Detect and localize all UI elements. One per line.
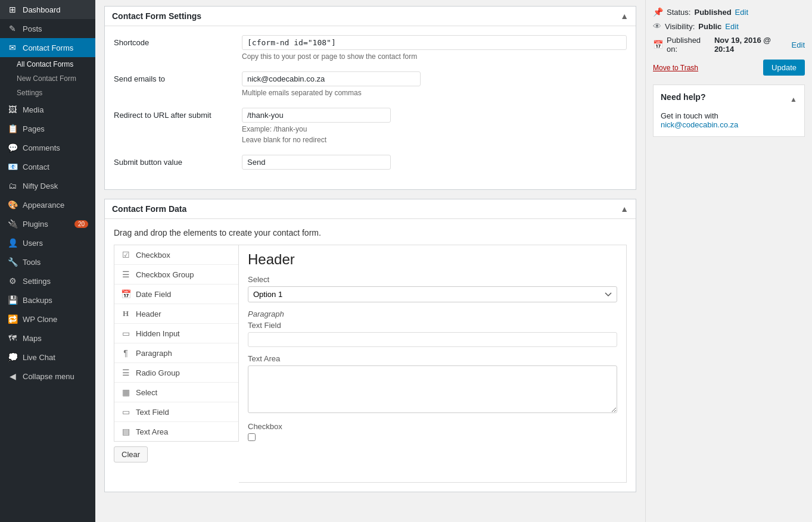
preview-select[interactable]: Option 1 <box>248 286 617 302</box>
preview-checkbox-label: Checkbox <box>248 422 617 431</box>
sidebar-item-live-chat[interactable]: 💭 Live Chat <box>0 348 95 367</box>
redirect-control: Example: /thank-you Leave blank for no r… <box>242 108 627 144</box>
radio-group-icon: ☰ <box>120 368 131 377</box>
shortcode-label: Shortcode <box>114 35 233 47</box>
update-button[interactable]: Update <box>763 60 805 76</box>
settings-collapse-icon[interactable]: ▲ <box>620 11 629 21</box>
sidebar-item-contact-forms[interactable]: ✉ Contact Forms <box>0 38 95 57</box>
help-collapse-icon[interactable]: ▲ <box>790 95 797 104</box>
data-section-body: Drag and drop the elements to create you… <box>105 219 636 492</box>
settings-section-body: Shortcode Copy this to your post or page… <box>105 26 636 189</box>
element-select[interactable]: ▦ Select <box>114 383 238 402</box>
element-label: Hidden Input <box>136 329 180 338</box>
visibility-icon: 👁 <box>653 21 661 31</box>
status-row: 📌 Status: Published Edit <box>653 7 805 17</box>
sidebar-item-label: Dashboard <box>23 5 61 14</box>
submit-input[interactable] <box>242 155 391 170</box>
sidebar-item-users[interactable]: 👤 Users <box>0 233 95 252</box>
help-section: Need help? ▲ Get in touch with nick@code… <box>653 85 805 137</box>
element-header[interactable]: H Header <box>114 304 238 324</box>
checkbox-icon: ☑ <box>120 250 131 260</box>
hidden-input-icon: ▭ <box>120 329 131 338</box>
preview-textarea[interactable] <box>248 365 617 413</box>
collapse-icon: ◀ <box>7 371 18 381</box>
sidebar-item-settings[interactable]: ⚙ Settings <box>0 271 95 290</box>
clear-button[interactable]: Clear <box>114 446 148 462</box>
sidebar-item-dashboard[interactable]: ⊞ Dashboard <box>0 0 95 19</box>
sidebar-item-media[interactable]: 🖼 Media <box>0 100 95 119</box>
sidebar-item-label: Comments <box>23 143 60 152</box>
sidebar-item-contact[interactable]: 📧 Contact <box>0 157 95 176</box>
sidebar-item-tools[interactable]: 🔧 Tools <box>0 252 95 271</box>
sidebar-item-posts[interactable]: ✎ Posts <box>0 19 95 38</box>
sidebar-item-appearance[interactable]: 🎨 Appearance <box>0 195 95 214</box>
sidebar-item-plugins[interactable]: 🔌 Plugins 20 <box>0 214 95 233</box>
element-checkbox[interactable]: ☑ Checkbox <box>114 245 238 265</box>
element-text-field[interactable]: ▭ Text Field <box>114 402 238 422</box>
shortcode-control: Copy this to your post or page to show t… <box>242 35 627 61</box>
sidebar-item-label: Posts <box>23 24 42 33</box>
data-section-title: Contact Form Data <box>112 204 186 214</box>
text-area-icon: ▤ <box>120 427 131 436</box>
builder-layout: ☑ Checkbox ☰ Checkbox Group 📅 Date Field <box>114 245 627 483</box>
preview-checkbox[interactable] <box>248 433 256 441</box>
builder-intro: Drag and drop the elements to create you… <box>114 228 627 237</box>
status-label: Status: <box>667 8 690 17</box>
sidebar-item-label: Backups <box>23 296 52 305</box>
sidebar-sub-settings[interactable]: Settings <box>0 86 95 100</box>
redirect-hint2: Leave blank for no redirect <box>242 136 627 144</box>
redirect-input[interactable] <box>242 108 391 123</box>
status-value: Published <box>694 8 731 17</box>
visibility-edit-link[interactable]: Edit <box>725 22 738 31</box>
redirect-label: Redirect to URL after submit <box>114 108 233 120</box>
element-label: Text Area <box>136 427 168 436</box>
plugins-icon: 🔌 <box>7 219 18 229</box>
element-checkbox-group[interactable]: ☰ Checkbox Group <box>114 265 238 285</box>
published-edit-link[interactable]: Edit <box>792 40 805 49</box>
sidebar-item-wp-clone[interactable]: 🔁 WP Clone <box>0 310 95 329</box>
settings-section-header: Contact Form Settings ▲ <box>105 7 636 26</box>
element-hidden-input[interactable]: ▭ Hidden Input <box>114 324 238 343</box>
preview-text-field[interactable] <box>248 332 617 347</box>
sidebar-item-label: Tools <box>23 258 41 267</box>
publish-actions: Move to Trash Update <box>653 60 805 76</box>
help-title: Need help? <box>661 92 705 102</box>
element-label: Date Field <box>136 290 171 299</box>
appearance-icon: 🎨 <box>7 200 18 210</box>
sub-item-label: Settings <box>17 89 42 97</box>
sidebar-item-label: Media <box>23 105 43 114</box>
status-edit-link[interactable]: Edit <box>735 8 748 17</box>
sidebar-item-label: Users <box>23 239 43 248</box>
send-emails-input[interactable] <box>242 71 421 86</box>
maps-icon: 🗺 <box>7 333 18 343</box>
preview-heading: Header <box>248 251 617 268</box>
preview-paragraph-label: Paragraph <box>248 310 617 318</box>
preview-select-label: Select <box>248 275 617 284</box>
element-paragraph[interactable]: ¶ Paragraph <box>114 343 238 363</box>
visibility-label: Visibility: <box>665 22 695 31</box>
submit-control <box>242 155 627 170</box>
element-list-wrapper: ☑ Checkbox ☰ Checkbox Group 📅 Date Field <box>114 245 239 483</box>
sidebar-item-collapse-menu[interactable]: ◀ Collapse menu <box>0 367 95 386</box>
sidebar-item-comments[interactable]: 💬 Comments <box>0 138 95 157</box>
plugins-badge: 20 <box>74 220 88 228</box>
element-radio-group[interactable]: ☰ Radio Group <box>114 363 238 383</box>
move-to-trash-link[interactable]: Move to Trash <box>653 64 698 72</box>
element-text-area[interactable]: ▤ Text Area <box>114 422 238 441</box>
shortcode-input[interactable] <box>242 35 627 50</box>
element-date-field[interactable]: 📅 Date Field <box>114 285 238 304</box>
sidebar-item-maps[interactable]: 🗺 Maps <box>0 329 95 348</box>
sidebar-sub-all-contact-forms[interactable]: All Contact Forms <box>0 57 95 71</box>
submit-row: Submit button value <box>114 155 627 170</box>
send-emails-control: Multiple emails separated by commas <box>242 71 627 97</box>
status-icon: 📌 <box>653 7 663 17</box>
sidebar-item-pages[interactable]: 📋 Pages <box>0 119 95 138</box>
sidebar-item-backups[interactable]: 💾 Backups <box>0 290 95 310</box>
dashboard-icon: ⊞ <box>7 5 18 14</box>
help-email-link[interactable]: nick@codecabin.co.za <box>661 120 738 129</box>
sidebar-item-nifty-desk[interactable]: 🗂 Nifty Desk <box>0 176 95 195</box>
sidebar-item-label: Nifty Desk <box>23 182 58 190</box>
data-collapse-icon[interactable]: ▲ <box>620 204 629 214</box>
shortcode-row: Shortcode Copy this to your post or page… <box>114 35 627 61</box>
sidebar-sub-new-contact-form[interactable]: New Contact Form <box>0 71 95 86</box>
